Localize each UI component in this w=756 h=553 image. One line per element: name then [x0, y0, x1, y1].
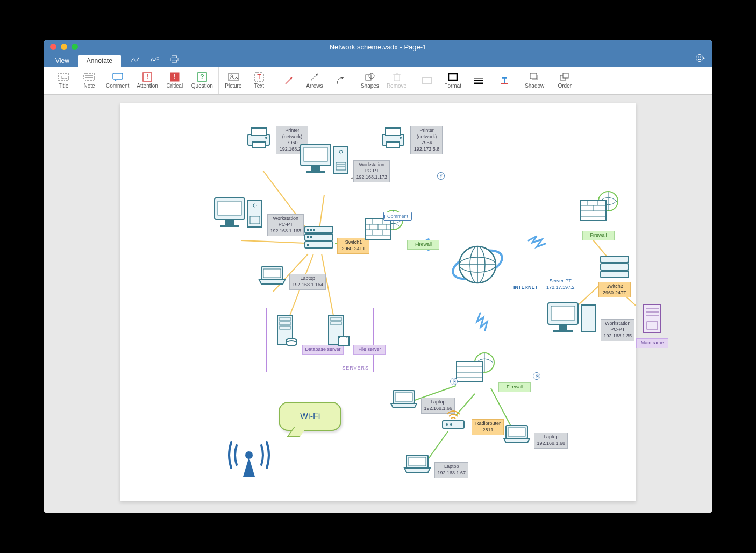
link-icon: ⎘	[437, 172, 445, 180]
workstation-icon	[545, 300, 598, 337]
svg-rect-82	[307, 229, 309, 231]
svg-rect-11	[113, 73, 123, 79]
svg-rect-73	[218, 201, 241, 215]
node-radiorouter[interactable]: Radiorouter2811	[437, 405, 504, 435]
arrows-label[interactable]: Arrows	[303, 71, 326, 90]
svg-rect-75	[220, 225, 239, 227]
diagram-page: Printer(network)7960192.168.2.8 Printer(…	[120, 103, 636, 501]
attention-button[interactable]: !Attention	[134, 71, 160, 90]
print-icon[interactable]	[169, 55, 179, 65]
laptop-icon	[389, 388, 419, 410]
svg-text:!: !	[146, 73, 148, 81]
node-firewall2[interactable]: Firewall	[561, 189, 636, 240]
svg-rect-126	[601, 256, 629, 263]
order-button[interactable]: Order	[553, 71, 576, 90]
fill-button[interactable]	[416, 75, 438, 87]
node-laptop1[interactable]: Laptop192.168.1.164	[257, 265, 326, 290]
svg-text:T....: T....	[60, 75, 67, 80]
svg-rect-56	[251, 128, 266, 136]
wifi-annotation[interactable]: Wi-Fi	[279, 402, 341, 431]
node-mainframe[interactable]: Mainframe	[636, 302, 668, 348]
svg-point-25	[369, 73, 374, 79]
svg-point-148	[450, 423, 452, 426]
svg-rect-60	[386, 128, 401, 136]
svg-point-107	[286, 341, 297, 346]
workstation-icon	[211, 195, 265, 232]
svg-rect-140	[457, 361, 482, 382]
tab-view[interactable]: View	[47, 55, 78, 67]
textcolor-button[interactable]: T	[493, 75, 516, 87]
svg-rect-57	[252, 142, 265, 147]
svg-point-5	[700, 56, 701, 58]
svg-rect-0	[170, 58, 178, 61]
format-label[interactable]: Format	[441, 71, 464, 90]
svg-rect-64	[304, 147, 327, 161]
feedback-icon[interactable]	[695, 53, 712, 67]
workstation-icon	[297, 141, 351, 179]
svg-point-3	[696, 55, 703, 62]
globe-icon	[448, 240, 507, 289]
server-icon	[324, 313, 351, 351]
antenna-icon	[225, 431, 273, 482]
node-firewall3[interactable]: Firewall ⎘ ⎘	[453, 351, 531, 392]
close-button[interactable]	[50, 44, 56, 50]
printer-icon	[244, 125, 274, 151]
node-workstation1[interactable]: WorkstationPC-PT192.168.1.172	[297, 141, 390, 182]
svg-rect-81	[305, 242, 333, 248]
remove-button: Remove	[384, 71, 409, 90]
node-fileserver[interactable]: File server	[324, 313, 386, 355]
linewidth-button[interactable]	[467, 75, 490, 87]
node-laptop3[interactable]: Laptop192.168.1.67	[402, 453, 468, 478]
svg-text:T: T	[502, 76, 507, 84]
mainframe-icon	[641, 302, 663, 335]
svg-rect-30	[448, 74, 457, 80]
svg-rect-131	[559, 324, 567, 330]
signature2-icon[interactable]	[150, 55, 160, 65]
laptop-icon	[502, 423, 532, 445]
zoom-button[interactable]	[72, 44, 78, 50]
shadow-button[interactable]: Shadow	[523, 71, 546, 90]
comment-annotation[interactable]: Comment	[383, 212, 412, 221]
mode-tabbar: View Annotate	[44, 54, 712, 67]
title-button[interactable]: T....Title	[52, 71, 75, 90]
picture-button[interactable]: Picture	[222, 71, 245, 90]
svg-rect-66	[306, 171, 325, 173]
canvas-area[interactable]: Printer(network)7960192.168.2.8 Printer(…	[44, 95, 712, 513]
node-switch1[interactable]: Switch12960-24TT	[303, 224, 369, 254]
svg-rect-128	[601, 271, 629, 278]
minimize-button[interactable]	[61, 44, 67, 50]
shapes-button[interactable]: Shapes	[359, 71, 381, 90]
comment-button[interactable]: Comment	[104, 71, 131, 90]
svg-rect-152	[508, 428, 525, 436]
note-button[interactable]: Note	[78, 71, 101, 90]
critical-button[interactable]: !Critical	[163, 71, 186, 90]
tab-annotate[interactable]: Annotate	[78, 55, 121, 67]
svg-point-58	[265, 137, 267, 139]
switch-icon	[598, 254, 631, 280]
node-internet[interactable]: INTERNET Server-PT172.17.197.2	[448, 240, 576, 292]
svg-rect-132	[553, 330, 573, 332]
question-button[interactable]: ?Question	[189, 71, 215, 90]
arrow3-button[interactable]	[329, 75, 352, 87]
svg-rect-39	[563, 73, 568, 78]
svg-rect-86	[310, 236, 312, 238]
svg-rect-133	[581, 305, 595, 332]
svg-rect-87	[307, 244, 309, 246]
text-button[interactable]: TText	[248, 71, 270, 90]
link-icon: ⎘	[450, 378, 458, 385]
svg-rect-65	[311, 166, 320, 171]
node-switch2[interactable]: Switch22960-24TT	[593, 254, 636, 297]
node-workstation2[interactable]: WorkstationPC-PT192.168.1.163	[211, 195, 304, 236]
node-workstation3[interactable]: WorkstationPC-PT192.168.1.35	[545, 300, 634, 341]
arrow1-button[interactable]	[277, 75, 300, 87]
signature-icon[interactable]	[131, 55, 140, 65]
svg-text:!: !	[174, 73, 176, 81]
svg-point-4	[698, 56, 699, 58]
svg-text:T: T	[257, 73, 261, 81]
switch-icon	[303, 224, 335, 250]
node-laptop4[interactable]: Laptop192.168.1.68	[502, 423, 568, 449]
svg-rect-80	[305, 234, 333, 240]
laptop-icon	[257, 265, 287, 286]
svg-rect-130	[551, 306, 575, 320]
svg-rect-101	[263, 269, 281, 278]
